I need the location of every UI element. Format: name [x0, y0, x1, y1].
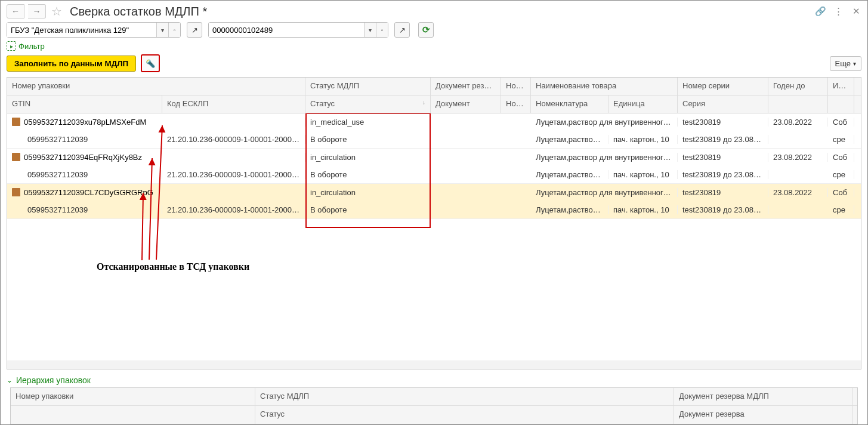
- cell-product-name: Луцетам,раствор для внутривенного…: [531, 118, 678, 127]
- cell-gtin: 05995327112039: [7, 205, 162, 214]
- cell-status-mdlp: in_medical_use: [305, 118, 431, 127]
- th-doc-reserve[interactable]: Документ резе…: [431, 78, 501, 95]
- th-package[interactable]: Номер упаковки: [7, 78, 305, 95]
- package-icon: [12, 153, 20, 161]
- package-icon: [12, 188, 20, 196]
- table-row[interactable]: 05995327112039xu78pLMSXeFdMin_medical_us…: [7, 113, 861, 149]
- cell-nomenclature: Луцетам,раствор…: [531, 205, 608, 214]
- favorite-star-icon[interactable]: ☆: [50, 4, 64, 19]
- org-external-button[interactable]: ↗: [187, 22, 202, 38]
- table-body[interactable]: 05995327112039xu78pLMSXeFdMin_medical_us…: [7, 113, 861, 361]
- cell-esklp: 21.20.10.236-000009-1-00001-20000…: [162, 205, 305, 214]
- hth-status-mdlp[interactable]: Статус МДЛП: [255, 388, 674, 405]
- table-row[interactable]: 05995327112039CL7CDyGGRGRpGin_circulatio…: [7, 184, 861, 219]
- cell-status-mdlp: in_circulation: [305, 188, 431, 197]
- th-gtin[interactable]: GTIN: [7, 96, 162, 113]
- hierarchy-table: Номер упаковки Статус МДЛП Документ резе…: [10, 387, 858, 424]
- th-nomenclature[interactable]: Номенклатура: [531, 96, 608, 113]
- cell-fin: Соб: [828, 153, 854, 162]
- package-code: 05995327112039CL7CDyGGRGRpG: [24, 188, 153, 198]
- cell-unit: пач. картон., 10: [608, 135, 678, 144]
- th-nom[interactable]: Ном…: [501, 78, 531, 95]
- cell-package: 059953271120394EqFRqXjKy8Bz: [7, 153, 305, 162]
- th-seria[interactable]: Серия: [678, 96, 768, 113]
- filter-label: Фильтр: [18, 42, 45, 51]
- code-external-button[interactable]: ↗: [394, 22, 410, 38]
- titlebar-right: 🔗 ⋮ ✕: [815, 6, 861, 17]
- th-number[interactable]: Номер: [501, 96, 531, 113]
- horizontal-scrollbar[interactable]: [7, 361, 861, 369]
- cell-series: test230819: [678, 188, 768, 197]
- cell-product-name: Луцетам,раствор для внутривенного…: [531, 153, 678, 162]
- cell-fin2: сре: [828, 170, 854, 179]
- cell-expiry: 23.08.2022: [768, 118, 828, 127]
- nav-forward-button[interactable]: →: [28, 4, 46, 19]
- more-button[interactable]: Еще ▾: [830, 56, 861, 71]
- code-open-icon[interactable]: ▫: [376, 23, 388, 37]
- th-finance[interactable]: Ист фин: [828, 78, 854, 95]
- th-esklp[interactable]: Код ЕСКЛП: [162, 96, 305, 113]
- cell-package: 05995327112039CL7CDyGGRGRpG: [7, 188, 305, 198]
- filter-row: ▾ ▫ ↗ ▾ ▫ ↗ ⟳: [1, 21, 867, 41]
- cell-status: В обороте: [305, 170, 431, 179]
- th-unit[interactable]: Единица: [608, 96, 678, 113]
- th-series-num[interactable]: Номер серии: [678, 78, 768, 95]
- org-dropdown-icon[interactable]: ▾: [156, 23, 168, 37]
- close-icon[interactable]: ✕: [851, 6, 861, 17]
- cell-status-mdlp: in_circulation: [305, 153, 431, 162]
- org-combo: ▾ ▫: [7, 22, 181, 38]
- hierarchy-header-row-2: Статус Документ резерва: [11, 406, 857, 424]
- table-header-row-1: Номер упаковки Статус МДЛП Документ резе…: [7, 78, 861, 96]
- kebab-icon[interactable]: ⋮: [833, 6, 844, 17]
- hth-pack[interactable]: Номер упаковки: [11, 388, 255, 405]
- cell-nomenclature: Луцетам,раствор…: [531, 170, 608, 179]
- cell-seria: test230819 до 23.08.2022: [678, 135, 768, 144]
- code-input[interactable]: [209, 23, 364, 37]
- chevron-down-icon: ⌄: [7, 376, 13, 384]
- hth-dres[interactable]: Документ резерва: [674, 406, 853, 424]
- th-exp2[interactable]: [768, 96, 828, 113]
- org-input[interactable]: [7, 23, 156, 37]
- hth-status[interactable]: Статус: [255, 406, 674, 424]
- cell-series: test230819: [678, 153, 768, 162]
- page-title: Сверка остатков МДЛП *: [70, 5, 207, 19]
- cell-unit: пач. картон., 10: [608, 170, 678, 179]
- th-document[interactable]: Документ: [431, 96, 501, 113]
- th-expiry[interactable]: Годен до: [768, 78, 828, 95]
- cell-expiry: 23.08.2022: [768, 153, 828, 162]
- filter-collapse[interactable]: ▸ Фильтр: [1, 41, 867, 54]
- code-dropdown-icon[interactable]: ▾: [364, 23, 376, 37]
- cell-nomenclature: Луцетам,раствор…: [531, 135, 608, 144]
- cell-status: В обороте: [305, 205, 431, 214]
- hth-pack2[interactable]: [11, 406, 255, 424]
- link-icon[interactable]: 🔗: [815, 6, 826, 17]
- cell-expiry: 23.08.2022: [768, 188, 828, 197]
- cell-series: test230819: [678, 118, 768, 127]
- th-status-mdlp[interactable]: Статус МДЛП: [305, 78, 431, 95]
- cell-product-name: Луцетам,раствор для внутривенного…: [531, 188, 678, 197]
- main-table: Номер упаковки Статус МДЛП Документ резе…: [7, 77, 861, 369]
- cell-fin: Соб: [828, 188, 854, 197]
- fill-mdlp-button[interactable]: Заполнить по данным МДЛП: [7, 56, 136, 72]
- hierarchy-toggle[interactable]: ⌄ Иерархия упаковок: [1, 369, 867, 387]
- th-product-name[interactable]: Наименование товара: [531, 78, 678, 95]
- cell-fin: Соб: [828, 118, 854, 127]
- hierarchy-title: Иерархия упаковок: [16, 375, 91, 385]
- th-fin2[interactable]: [828, 96, 854, 113]
- nav-back-button[interactable]: ←: [7, 4, 24, 19]
- hth-dres-mdlp[interactable]: Документ резерва МДЛП: [674, 388, 853, 405]
- org-open-icon[interactable]: ▫: [168, 23, 180, 37]
- more-button-label: Еще: [835, 59, 851, 68]
- cell-seria: test230819 до 23.08.2022: [678, 205, 768, 214]
- action-bar: Заполнить по данным МДЛП 🔦 Еще ▾: [1, 54, 867, 77]
- chevron-down-icon: ▾: [853, 60, 856, 67]
- sort-icon: ↓: [422, 99, 425, 109]
- table-row[interactable]: 059953271120394EqFRqXjKy8Bzin_circulatio…: [7, 149, 861, 184]
- cell-status: В обороте: [305, 135, 431, 144]
- hierarchy-header-row-1: Номер упаковки Статус МДЛП Документ резе…: [11, 388, 857, 406]
- th-status[interactable]: Статус ↓: [305, 96, 431, 113]
- scan-button[interactable]: 🔦: [141, 54, 160, 72]
- package-code: 05995327112039xu78pLMSXeFdM: [24, 118, 146, 127]
- cell-seria: test230819 до 23.08.2022: [678, 170, 768, 179]
- refresh-button[interactable]: ⟳: [418, 22, 434, 38]
